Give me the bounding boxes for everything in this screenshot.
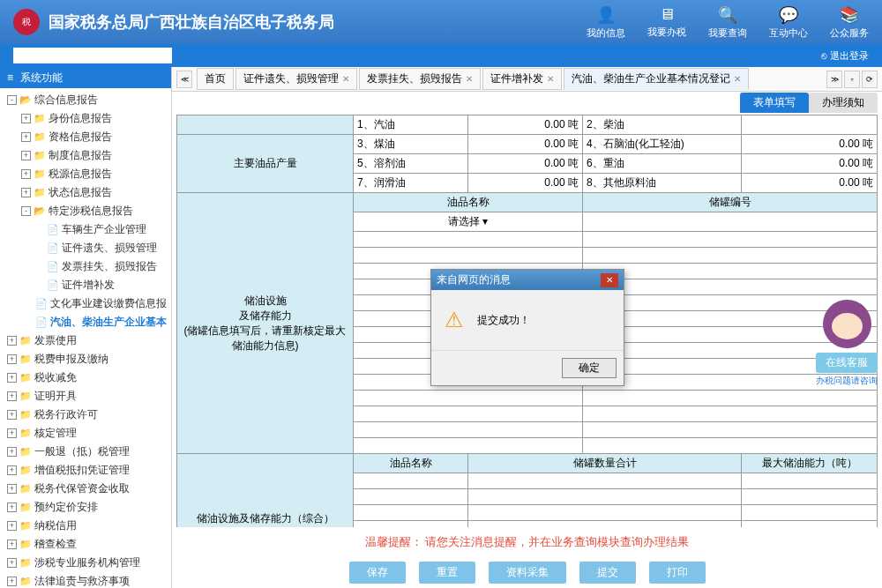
tree-expand-icon[interactable]: +	[7, 391, 17, 401]
tab[interactable]: 首页	[197, 68, 234, 90]
tree-item[interactable]: +📁税源信息报告	[0, 165, 171, 183]
action-button[interactable]: 重置	[419, 562, 475, 584]
sidebar-toggle-icon[interactable]: ≡	[7, 71, 13, 84]
tab-scroll-left[interactable]: ≪	[176, 71, 192, 88]
folder-open-icon: 📂	[34, 205, 46, 217]
modal-ok-button[interactable]: 确定	[562, 358, 617, 378]
nav-item[interactable]: 📚公众服务	[830, 5, 869, 40]
tree-expand-icon[interactable]: -	[21, 206, 31, 216]
tree-item[interactable]: -📂特定涉税信息报告	[0, 202, 171, 220]
tree-expand-icon[interactable]: +	[7, 465, 17, 475]
tab-refresh[interactable]: ⟳	[862, 71, 878, 88]
tab-menu[interactable]: ▫	[844, 71, 860, 88]
tree-item[interactable]: +📁资格信息报告	[0, 128, 171, 146]
nav-item[interactable]: 🖥我要办税	[647, 5, 686, 40]
action-button[interactable]: 保存	[349, 562, 406, 584]
search-input[interactable]	[13, 48, 172, 63]
tree-expand-icon[interactable]: +	[21, 188, 31, 197]
customer-service-widget[interactable]: 在线客服 办税问题请咨询	[816, 300, 878, 387]
tree-item[interactable]: +📁稽查检查	[0, 535, 171, 554]
tree-item[interactable]: +📁税收减免	[0, 368, 171, 387]
tree-expand-icon[interactable]: +	[7, 521, 17, 531]
tree-item[interactable]: +📁法律追责与救济事项	[0, 572, 171, 588]
tree-expand-icon[interactable]: +	[21, 169, 31, 179]
tree-item[interactable]: 📄证件增补发	[0, 276, 171, 294]
header-nav: 👤我的信息🖥我要办税🔍我要查询💬互动中心📚公众服务	[587, 5, 869, 40]
tab-close-icon[interactable]: ✕	[466, 74, 473, 84]
tree-item[interactable]: +📁税务代保管资金收取	[0, 480, 171, 498]
warning-icon: ⚠	[445, 308, 464, 332]
tab[interactable]: 证件增补发✕	[482, 68, 562, 90]
action-button[interactable]: 打印	[649, 562, 706, 584]
folder-closed-icon: 📁	[34, 187, 46, 198]
tree-item[interactable]: 📄证件遗失、损毁管理	[0, 239, 171, 257]
tree-item[interactable]: +📁纳税信用	[0, 517, 171, 535]
tree-item[interactable]: +📁核定管理	[0, 424, 171, 443]
tree-item[interactable]: +📁增值税抵扣凭证管理	[0, 461, 171, 480]
nav-item[interactable]: 🔍我要查询	[708, 5, 747, 40]
tree-expand-icon[interactable]: +	[21, 132, 31, 142]
tree-item[interactable]: +📁一般退（抵）税管理	[0, 443, 171, 461]
tab[interactable]: 汽油、柴油生产企业基本情况登记✕	[564, 68, 749, 90]
nav-icon: 🔍	[718, 5, 737, 25]
tree-expand-icon[interactable]: +	[7, 577, 17, 586]
subheader: ⎋ 退出登录	[0, 44, 882, 67]
folder-closed-icon: 📁	[19, 520, 32, 532]
folder-closed-icon: 📁	[19, 502, 32, 513]
subtab-notice[interactable]: 办理须知	[809, 93, 878, 113]
tab-close-icon[interactable]: ✕	[342, 74, 349, 84]
tree-expand-icon[interactable]: +	[7, 410, 17, 420]
tree-expand-icon[interactable]: +	[7, 428, 17, 438]
tab[interactable]: 发票挂失、损毁报告✕	[359, 68, 481, 90]
tree-item[interactable]: +📁税务行政许可	[0, 406, 171, 424]
tree-item[interactable]: 📄发票挂失、损毁报告	[0, 257, 171, 276]
oil-type-select[interactable]: 请选择 ▾	[354, 212, 583, 232]
file-icon: 📄	[47, 261, 59, 272]
tree-item[interactable]: +📁状态信息报告	[0, 183, 171, 202]
action-button[interactable]: 资料采集	[489, 562, 566, 584]
tabs-container: 首页证件遗失、损毁管理✕发票挂失、损毁报告✕证件增补发✕汽油、柴油生产企业基本情…	[197, 68, 749, 90]
tree-expand-icon[interactable]: +	[7, 336, 17, 346]
tree-expand-icon[interactable]: -	[7, 95, 17, 105]
action-button[interactable]: 提交	[579, 562, 636, 584]
tree-item[interactable]: -📂综合信息报告	[0, 91, 171, 109]
tab[interactable]: 证件遗失、损毁管理✕	[235, 68, 357, 90]
tree-expand-icon[interactable]: +	[21, 114, 31, 123]
tab-close-icon[interactable]: ✕	[547, 74, 554, 84]
tree-item[interactable]: +📁身份信息报告	[0, 109, 171, 128]
tab-close-icon[interactable]: ✕	[734, 74, 741, 84]
tree-expand-icon[interactable]: +	[7, 447, 17, 457]
nav-item[interactable]: 👤我的信息	[587, 5, 625, 40]
modal-message: 提交成功！	[477, 313, 530, 328]
tree-item[interactable]: +📁税费申报及缴纳	[0, 350, 171, 368]
folder-closed-icon: 📁	[19, 539, 32, 550]
tree-item[interactable]: +📁制度信息报告	[0, 146, 171, 165]
tree-expand-icon[interactable]: +	[7, 502, 17, 512]
nav-item[interactable]: 💬互动中心	[769, 5, 808, 40]
tab-scroll-right[interactable]: ≫	[826, 71, 842, 88]
tree-item[interactable]: 📄车辆生产企业管理	[0, 220, 171, 239]
tree-item[interactable]: 📄汽油、柴油生产企业基本	[0, 313, 171, 331]
tree-expand-icon[interactable]: +	[7, 373, 17, 383]
nav-icon: 👤	[596, 5, 616, 25]
tree-expand-icon[interactable]: +	[7, 558, 17, 568]
folder-closed-icon: 📁	[19, 483, 32, 495]
tree-item[interactable]: 📄文化事业建设缴费信息报	[0, 294, 171, 313]
subtab-form-fill[interactable]: 表单填写	[740, 93, 809, 113]
file-icon: 📄	[47, 279, 59, 291]
tree-expand-icon[interactable]: +	[7, 354, 17, 364]
folder-closed-icon: 📁	[34, 113, 46, 124]
tabs-bar: ≪ 首页证件遗失、损毁管理✕发票挂失、损毁报告✕证件增补发✕汽油、柴油生产企业基…	[172, 67, 882, 92]
tree-expand-icon[interactable]: +	[7, 484, 17, 494]
tree-item[interactable]: +📁发票使用	[0, 331, 171, 350]
tree-expand-icon[interactable]: +	[7, 540, 17, 549]
folder-closed-icon: 📁	[19, 409, 32, 421]
modal-close-button[interactable]: ✕	[601, 273, 618, 287]
app-title: 国家税务总局广西壮族自治区电子税务局	[49, 11, 587, 33]
tree-expand-icon[interactable]: +	[21, 151, 31, 160]
tree-item[interactable]: +📁预约定价安排	[0, 498, 171, 517]
tree-item[interactable]: +📁证明开具	[0, 387, 171, 406]
logout-button[interactable]: ⎋ 退出登录	[821, 49, 869, 63]
success-modal: 来自网页的消息 ✕ ⚠ 提交成功！ 确定	[430, 269, 624, 386]
tree-item[interactable]: +📁涉税专业服务机构管理	[0, 554, 171, 572]
